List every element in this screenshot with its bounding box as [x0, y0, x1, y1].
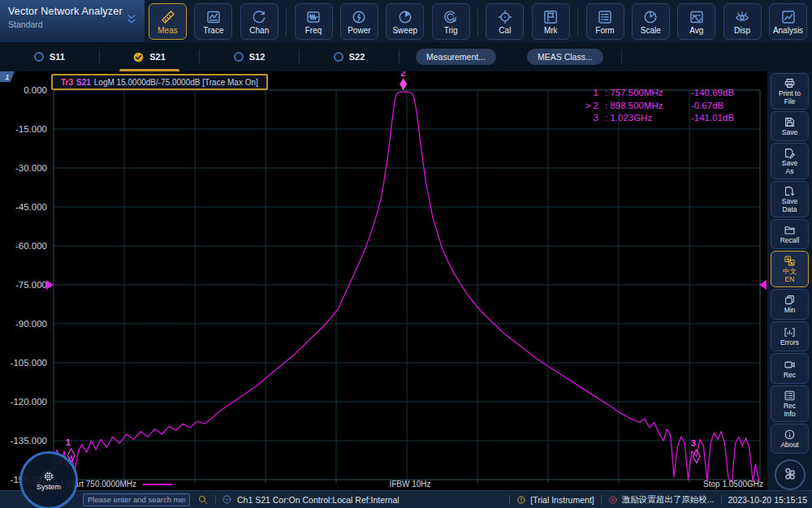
sidebar-button-rec-info[interactable]: Rec Info — [771, 385, 809, 422]
main-area: 0.000-15.000-30.000-45.000-60.000-75.000… — [0, 71, 812, 490]
y-axis-tick-label: 0.000 — [24, 85, 47, 95]
sidebar-button-label: Errors — [780, 339, 799, 347]
avg-icon — [689, 8, 705, 26]
statusbar-divider — [215, 495, 216, 505]
system-button[interactable]: System — [19, 451, 78, 508]
search-icon[interactable] — [197, 494, 209, 506]
rec-info-icon — [784, 390, 796, 402]
nav-clover-button[interactable] — [775, 459, 806, 490]
toolbar-button-label: Trig — [444, 26, 458, 35]
trial-label: [Trial Instrument] — [530, 495, 594, 505]
tab-label: S22 — [349, 52, 365, 62]
marker-frequency: : 898.500MHz — [598, 100, 691, 113]
app-mode: Standard — [8, 19, 136, 29]
search-input[interactable] — [83, 493, 190, 506]
toolbar-button-disp[interactable]: Disp — [723, 3, 762, 40]
toolbar-button-scale[interactable]: Scale — [632, 3, 670, 40]
toolbar-button-sweep[interactable]: Sweep — [386, 3, 424, 40]
mrk-icon — [542, 8, 559, 26]
toolbar-button-mrk[interactable]: Mrk — [532, 3, 570, 40]
clover-icon — [782, 467, 798, 483]
chevron-double-down-icon[interactable] — [124, 12, 139, 27]
toolbar-button-analysis[interactable]: Analysis — [769, 3, 807, 40]
toolbar-button-meas[interactable]: Meas — [149, 3, 187, 40]
sidebar-button-errors[interactable]: Errors — [771, 321, 809, 352]
trace-icon — [205, 8, 222, 26]
toolbar-button-trace[interactable]: Trace — [194, 3, 232, 40]
toolbar-button-power[interactable]: Power — [340, 3, 378, 40]
sidebar-button-language-toggle[interactable]: 中文 EN — [771, 251, 809, 287]
trace-scale-label: LogM 15.0000dB/-75.0000dB [Trace Max On] — [94, 78, 258, 87]
rec-icon — [784, 359, 796, 371]
ref-level-triangle-left — [46, 280, 54, 290]
y-axis-tick-label: -120.000 — [11, 397, 47, 407]
sidebar-button-about[interactable]: About — [771, 424, 809, 454]
toolbar-button-avg[interactable]: Avg — [677, 3, 715, 40]
status-bar: Ch1 S21 Cor:On Control:Local Ref:Interna… — [0, 490, 812, 508]
sidebar-button-label: Save Data — [782, 198, 797, 214]
sidebar-button-label: Rec — [784, 372, 796, 380]
sidebar-button-label: Min — [784, 307, 796, 315]
analysis-icon — [780, 8, 797, 26]
marker-value: -140.69dB — [691, 87, 751, 100]
toolbar-button-trig[interactable]: Trig — [432, 3, 470, 40]
radio-checked-icon — [133, 52, 144, 62]
sidebar-button-save-data[interactable]: Save Data — [771, 181, 809, 217]
error-status[interactable]: 激励设置超出了原始校... — [608, 494, 715, 506]
toolbar-button-cal[interactable]: Cal — [486, 3, 524, 40]
toolbar-button-chan[interactable]: Chan — [240, 3, 279, 40]
meas-class-button[interactable]: MEAS Class... — [527, 49, 603, 65]
marker-readout-row: > 2: 898.500MHz-0.67dB — [574, 100, 751, 113]
tab-s11[interactable]: S11 — [0, 42, 99, 71]
trace-plot-svg: 0.000-15.000-30.000-45.000-60.000-75.000… — [0, 71, 767, 490]
plot-footer: Ch 1 Start 750.0000MHz IFBW 10Hz Stop 1.… — [0, 480, 767, 490]
statusbar-divider — [601, 495, 602, 505]
tab-label: S21 — [149, 52, 166, 62]
system-button-label: System — [37, 483, 61, 491]
sweep-icon — [397, 8, 413, 26]
tab-separator — [399, 50, 400, 64]
toolbar-separator — [577, 6, 578, 36]
sidebar-button-label: Rec Info — [784, 403, 796, 419]
instrument-title-box[interactable]: Vector Network Analyzer Standard — [0, 0, 145, 42]
system-chip-icon — [43, 471, 54, 482]
toolbar-button-label: Disp — [734, 26, 750, 35]
save-icon — [784, 116, 796, 128]
trig-icon — [443, 8, 459, 26]
plot-area[interactable]: 0.000-15.000-30.000-45.000-60.000-75.000… — [0, 71, 767, 490]
printer-icon — [784, 77, 796, 89]
toolbar-button-freq[interactable]: Freq — [295, 3, 333, 40]
trial-warning-icon — [516, 495, 526, 505]
toolbar-separator — [477, 6, 478, 36]
toolbar-button-form[interactable]: Form — [586, 3, 624, 40]
toolbar-button-label: Mrk — [544, 26, 558, 35]
sidebar-button-recall[interactable]: Recall — [771, 219, 809, 250]
toolbar-button-label: Chan — [249, 26, 269, 35]
marker-value: -141.01dB — [691, 112, 751, 125]
toolbar-button-label: Freq — [305, 26, 322, 35]
measurement-button[interactable]: Measurement... — [416, 49, 496, 65]
y-axis-tick-label: -135.000 — [11, 436, 47, 446]
toolbar-button-label: Meas — [158, 26, 177, 35]
trace-info-bar[interactable]: Tr3 S21 LogM 15.0000dB/-75.0000dB [Trace… — [51, 74, 268, 90]
sidebar-button-rec[interactable]: Rec — [771, 353, 809, 384]
statusbar-divider — [721, 495, 722, 505]
sidebar-button-save-as[interactable]: Save As — [771, 143, 809, 179]
ruler-icon — [160, 8, 176, 26]
sidebar-button-print-to-file[interactable]: Print to File — [771, 73, 809, 110]
tab-s12[interactable]: S12 — [200, 42, 299, 71]
sidebar-button-min[interactable]: Min — [771, 289, 809, 320]
tab-label: S11 — [50, 52, 65, 62]
marker-frequency: : 1.023GHz — [598, 112, 691, 125]
toolbar-separator — [286, 6, 287, 36]
tab-s21[interactable]: S21 — [100, 42, 199, 71]
statusbar-divider — [509, 495, 510, 505]
status-dropdown-icon[interactable] — [222, 494, 232, 505]
y-axis-tick-label: -30.000 — [15, 163, 47, 173]
tab-s22[interactable]: S22 — [300, 42, 399, 71]
cal-icon — [497, 8, 513, 26]
marker-2-diamond — [400, 78, 407, 90]
sidebar-button-save[interactable]: Save — [771, 111, 809, 142]
min-icon — [784, 294, 796, 306]
toolbar-button-label: Sweep — [392, 26, 417, 35]
